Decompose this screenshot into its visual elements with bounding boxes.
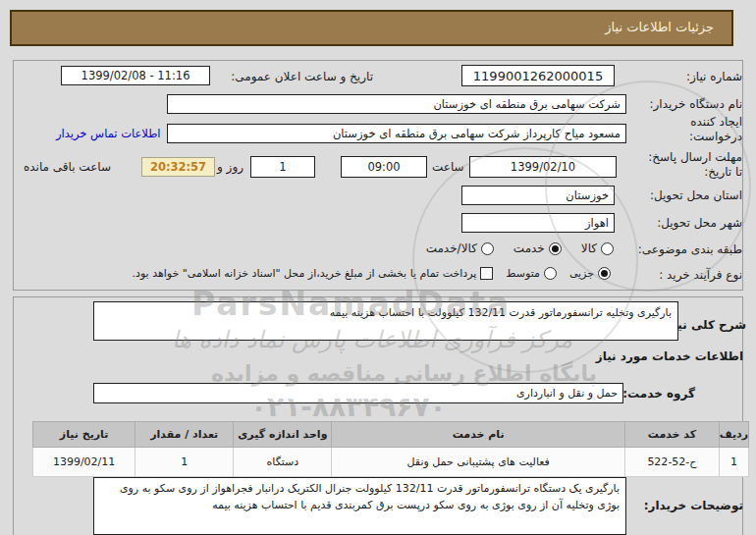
city-label: شهر محل تحویل: [657, 216, 742, 231]
radio-minor-label: جزیی [569, 267, 594, 280]
province-label: استان محل تحویل: [650, 188, 742, 203]
category-option-goods[interactable]: کالا [581, 241, 614, 255]
need-details-page: جزئیات اطلاعات نیاز شماره نیاز: 11990012… [0, 0, 756, 535]
category-option-goods-service[interactable]: کالا/خدمت [426, 241, 494, 255]
province-value: خوزستان [566, 188, 609, 202]
service-group-field[interactable]: حمل و نقل و انبارداری [93, 383, 623, 403]
deadline-date-field[interactable]: 1399/02/10 [469, 156, 617, 178]
need-number-value: 1199001262000015 [473, 69, 603, 83]
province-field[interactable]: خوزستان [461, 186, 615, 205]
city-value: اهواز [585, 216, 609, 230]
buyer-org-field[interactable]: شرکت سهامی برق منطقه ای خوزستان [167, 94, 626, 114]
service-group-label: گروه خدمت: [622, 387, 695, 401]
purchase-type-label: نوع فرآیند خرید : [659, 268, 742, 283]
radio-goods[interactable] [601, 242, 614, 255]
announce-datetime-field[interactable]: 1399/02/08 - 11:16 [61, 66, 210, 85]
radio-goods-service[interactable] [481, 242, 494, 255]
cell-service-name: فعالیت های پشتیبانی حمل ونقل [332, 448, 624, 477]
deadline-hour-label: ساعت [432, 160, 464, 175]
service-group-value: حمل و نقل و انبارداری [516, 387, 618, 400]
treasury-docs-label: پرداخت تمام یا بخشی از مبلغ خرید،از محل … [133, 267, 477, 280]
radio-medium-label: متوسط [506, 267, 540, 280]
col-unit: واحد اندازه گیری [234, 422, 332, 448]
announce-datetime-value: 1399/02/08 - 11:16 [81, 69, 190, 82]
treasury-docs-option[interactable]: پرداخت تمام یا بخشی از مبلغ خرید،از محل … [133, 267, 494, 280]
buyer-org-value: شرکت سهامی برق منطقه ای خوزستان [433, 97, 621, 111]
radio-goods-service-label: کالا/خدمت [426, 241, 477, 255]
radio-service-label: خدمت [513, 241, 545, 255]
deadline-label-line2: تا تاریخ: [648, 165, 742, 180]
title-bar: جزئیات اطلاعات نیاز [10, 10, 733, 46]
cell-unit: دستگاه [234, 448, 332, 477]
need-number-field[interactable]: 1199001262000015 [461, 65, 615, 86]
col-service-name: نام خدمت [332, 422, 624, 448]
buyer-contact-link[interactable]: اطلاعات تماس خریدار [56, 127, 161, 140]
deadline-label: مهلت ارسال پاسخ: تا تاریخ: [648, 150, 742, 180]
remaining-days-value: 1 [279, 160, 286, 174]
buyer-notes-label: توضیحات خریدار: [644, 499, 743, 513]
description-field[interactable]: بارگیری وتخلیه ترانسفورماتور قدرت 132/11… [93, 301, 678, 341]
page-title: جزئیات اطلاعات نیاز [605, 20, 714, 35]
services-header: اطلاعات خدمات مورد نیاز [596, 349, 743, 364]
purchase-option-medium[interactable]: متوسط [506, 267, 557, 280]
deadline-label-line1: مهلت ارسال پاسخ: [648, 150, 742, 165]
radio-minor[interactable] [598, 267, 611, 280]
cell-quantity: 1 [135, 448, 234, 477]
creator-label: ایجاد کننده درخواست: [656, 115, 742, 144]
table-row: 1 ح-52-522 فعالیت های پشتیبانی حمل ونقل … [33, 448, 749, 477]
category-option-service[interactable]: خدمت [513, 241, 562, 255]
col-quantity: تعداد / مقدار [135, 422, 234, 448]
category-options: کالا خدمت کالا/خدمت [426, 241, 614, 255]
hours-remaining-label: ساعت باقی مانده [24, 160, 111, 175]
city-field[interactable]: اهواز [461, 213, 615, 233]
services-table-wrap: ردیف کد خدمت نام خدمت واحد اندازه گیری ت… [32, 421, 749, 477]
deadline-time-field[interactable]: 09:00 [341, 156, 427, 178]
deadline-date-value: 1399/02/10 [511, 160, 575, 174]
remaining-days-field[interactable]: 1 [250, 156, 315, 178]
creator-value: مسعود میاح کارپرداز شرکت سهامی برق منطقه… [333, 127, 621, 140]
buyer-org-label: نام دستگاه خریدار: [650, 97, 743, 112]
deadline-time-value: 09:00 [367, 160, 400, 174]
cell-need-date: 1399/02/11 [33, 448, 135, 477]
buyer-notes-field[interactable]: بارگیری یک دستگاه ترانسفورماتور قدرت 132… [93, 477, 626, 535]
treasury-docs-checkbox[interactable] [480, 267, 493, 280]
days-and-label: روز و [217, 160, 243, 175]
countdown-value: 20:32:57 [150, 160, 206, 174]
radio-goods-label: کالا [581, 241, 597, 255]
col-need-date: تاریخ نیاز [33, 422, 135, 448]
services-table-header-row: ردیف کد خدمت نام خدمت واحد اندازه گیری ت… [33, 422, 749, 448]
description-value: بارگیری وتخلیه ترانسفورماتور قدرت 132/11… [324, 302, 677, 323]
category-label: طبقه بندی موضوعی: [638, 242, 742, 257]
radio-service[interactable] [549, 242, 562, 255]
cell-row-number: 1 [719, 448, 748, 477]
cell-service-code: ح-52-522 [624, 448, 719, 477]
need-number-label: شماره نیاز: [686, 70, 742, 84]
creator-field[interactable]: مسعود میاح کارپرداز شرکت سهامی برق منطقه… [167, 124, 626, 143]
col-service-code: کد خدمت [624, 422, 719, 448]
announce-datetime-label: تاریخ و ساعت اعلان عمومی: [231, 70, 373, 84]
col-row-number: ردیف [719, 422, 748, 448]
buyer-notes-value: بارگیری یک دستگاه ترانسفورماتور قدرت 132… [94, 478, 625, 515]
services-table: ردیف کد خدمت نام خدمت واحد اندازه گیری ت… [32, 421, 749, 477]
purchase-type-options: جزیی متوسط پرداخت تمام یا بخشی از مبلغ خ… [133, 267, 611, 280]
purchase-option-minor[interactable]: جزیی [569, 267, 611, 280]
radio-medium[interactable] [544, 267, 557, 280]
countdown-timer: 20:32:57 [141, 157, 215, 177]
